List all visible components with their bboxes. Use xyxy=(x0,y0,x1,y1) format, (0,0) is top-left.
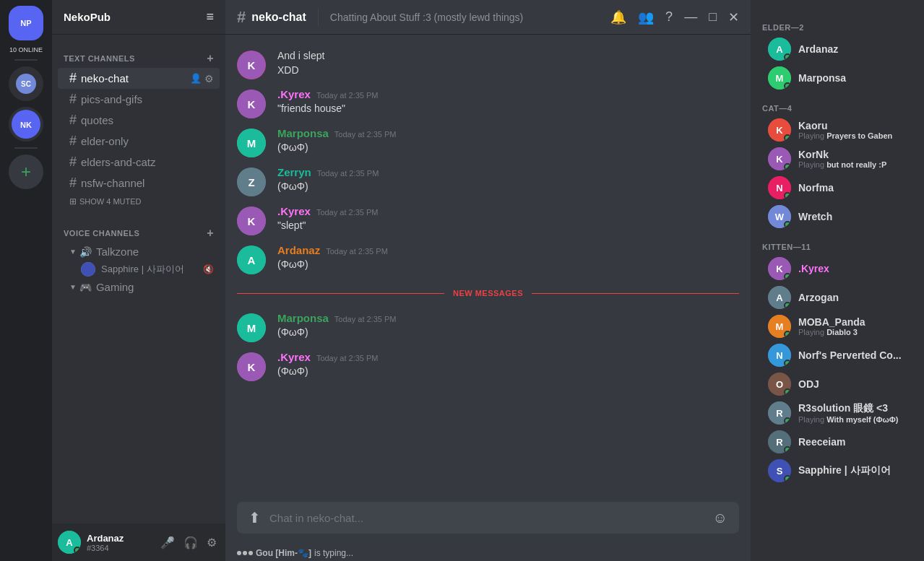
message-author: Zerryn xyxy=(277,166,311,178)
message-group-marponsa: M Marponsa Today at 2:35 PM (ΦωΦ) xyxy=(225,124,751,160)
member-info-wretch: Wretch xyxy=(798,211,912,222)
close-icon[interactable]: ✕ xyxy=(728,9,739,25)
server-icon-neko[interactable]: NP xyxy=(9,6,43,40)
server-menu-icon[interactable]: ≡ xyxy=(206,9,214,25)
svg-text:M: M xyxy=(247,137,256,149)
member-info-kornk: KorNk Playing but not really :P xyxy=(798,149,912,169)
server-sidebar: NP 10 ONLINE SC NK + xyxy=(0,0,52,561)
member-item-sapphire[interactable]: S Sapphire | 사파이어 xyxy=(756,456,918,485)
channel-item-quotes[interactable]: # quotes xyxy=(58,110,220,131)
message-group-kyrex-slept: K .Kyrex Today at 2:35 PM "slept" xyxy=(225,202,751,238)
channel-hash-icon: # xyxy=(69,71,77,86)
member-name-sapphire: Sapphire | 사파이어 xyxy=(798,464,912,477)
channel-item-elder-only[interactable]: # elder-only xyxy=(58,131,220,152)
member-category-elder: ELDER—2 xyxy=(751,12,924,35)
member-item-moba-panda[interactable]: M MOBA_Panda Playing Diablo 3 xyxy=(756,312,918,341)
server-divider-2 xyxy=(14,147,38,149)
member-name-kornk: KorNk xyxy=(798,149,912,160)
chat-input[interactable] xyxy=(269,512,704,524)
channel-item-nsfw-channel[interactable]: # nsfw-channel xyxy=(58,173,220,193)
message-group-marponsa-new: M Marponsa Today at 2:35 PM (ΦωΦ) xyxy=(225,309,751,345)
user-settings-button[interactable]: ⚙ xyxy=(204,533,220,552)
channel-item-elders-and-catz[interactable]: # elders-and-catz xyxy=(58,152,220,173)
member-status-online xyxy=(784,82,791,90)
emoji-picker-button[interactable]: ☺ xyxy=(713,510,727,526)
server-name-bar[interactable]: NekoPub ≡ xyxy=(52,0,225,35)
message-text: (ΦωΦ) xyxy=(277,365,739,379)
channel-actions: 👤 ⚙ xyxy=(190,73,214,84)
member-item-ardanaz[interactable]: A Ardanaz xyxy=(756,35,918,64)
server-icon-alt[interactable]: NK xyxy=(9,107,43,142)
svg-text:NK: NK xyxy=(20,121,32,129)
member-status-online xyxy=(784,192,791,199)
member-item-kornk[interactable]: K KorNk Playing but not really :P xyxy=(756,144,918,173)
member-item-odj[interactable]: O ODJ xyxy=(756,370,918,399)
member-name-kyrex: .Kyrex xyxy=(798,263,912,274)
message-author: Marponsa xyxy=(277,312,329,324)
notification-bell-icon[interactable]: 🔔 xyxy=(610,9,626,25)
server-name: NekoPub xyxy=(64,11,111,23)
channel-item-pics-and-gifs[interactable]: # pics-and-gifs xyxy=(58,89,220,110)
maximize-icon[interactable]: □ xyxy=(709,9,717,25)
message-group-kyrex-cont: K And i sleptXDD xyxy=(225,46,751,82)
channel-name: nsfw-channel xyxy=(81,177,144,189)
member-item-kyrex[interactable]: K .Kyrex xyxy=(756,254,918,283)
deafen-button[interactable]: 🎧 xyxy=(181,533,201,552)
voice-user-sapphire: Sapphire | 사파이어 🔇 xyxy=(58,261,220,278)
member-item-kaoru[interactable]: K Kaoru Playing Prayers to Gaben xyxy=(756,116,918,144)
members-list-icon[interactable]: 👥 xyxy=(638,9,654,25)
channel-hash-icon: # xyxy=(69,134,77,149)
member-item-arzogan[interactable]: A Arzogan xyxy=(756,283,918,312)
member-status-online xyxy=(784,302,791,309)
collapse-arrow-gaming-icon: ▼ xyxy=(69,283,77,291)
svg-text:K: K xyxy=(248,215,256,227)
member-item-marponsa[interactable]: M Marponsa xyxy=(756,64,918,92)
member-avatar-ardanaz: A xyxy=(768,38,791,61)
main-chat: # neko-chat Chatting About Stuff :3 (mos… xyxy=(225,0,751,561)
svg-text:A: A xyxy=(248,254,256,266)
server-icon-second[interactable]: SC xyxy=(9,66,43,101)
member-activity-kaoru: Playing Prayers to Gaben xyxy=(798,131,912,140)
svg-text:Z: Z xyxy=(248,176,254,188)
voice-channel-talkzone[interactable]: ▼ 🔊 Talkzone xyxy=(58,243,220,261)
search-icon[interactable]: ? xyxy=(665,9,673,25)
add-server-button[interactable]: + xyxy=(9,155,43,189)
member-item-reeceiam[interactable]: R Reeceiam xyxy=(756,427,918,456)
settings-icon[interactable]: ⚙ xyxy=(204,73,214,84)
chat-header: # neko-chat Chatting About Stuff :3 (mos… xyxy=(225,0,751,35)
svg-text:R: R xyxy=(776,437,783,448)
member-name-odj: ODJ xyxy=(798,378,912,390)
channel-sidebar: NekoPub ≡ TEXT CHANNELS + # neko-chat 👤 … xyxy=(52,0,225,561)
member-item-wretch[interactable]: W Wretch xyxy=(756,202,918,231)
member-item-r3solution[interactable]: R R3solution 眼鏡 <3 Playing With myself (… xyxy=(756,399,918,427)
member-item-norfma[interactable]: N Norfma xyxy=(756,173,918,202)
member-name-norf-perverted: Norf's Perverted Co... xyxy=(798,349,912,361)
member-status-online xyxy=(784,331,791,338)
member-info-kaoru: Kaoru Playing Prayers to Gaben xyxy=(798,120,912,140)
text-channels-label: TEXT CHANNELS xyxy=(64,54,135,63)
mute-button[interactable]: 🎤 xyxy=(157,533,178,552)
chat-header-channel-name: neko-chat xyxy=(251,11,306,24)
message-group-zerryn: Z Zerryn Today at 2:35 PM (ΦωΦ) xyxy=(225,163,751,199)
member-name-reeceiam: Reeceiam xyxy=(798,436,912,448)
add-text-channel-button[interactable]: + xyxy=(207,52,220,65)
upload-button[interactable]: ⬆ xyxy=(249,509,261,526)
typing-dot-1 xyxy=(237,551,241,555)
new-messages-label: NEW MESSAGES xyxy=(444,289,532,297)
channel-item-neko-chat[interactable]: # neko-chat 👤 ⚙ xyxy=(58,68,220,89)
message-header: Marponsa Today at 2:35 PM xyxy=(277,312,739,324)
member-info-moba-panda: MOBA_Panda Playing Diablo 3 xyxy=(798,316,912,336)
svg-text:A: A xyxy=(66,537,73,548)
minimize-icon[interactable]: — xyxy=(684,9,697,25)
user-panel-tag: #3364 xyxy=(87,544,152,552)
chat-header-icons: 🔔 👥 ? — □ ✕ xyxy=(610,9,739,25)
voice-channel-gaming[interactable]: ▼ 🎮 Gaming xyxy=(58,278,220,296)
channel-name: quotes xyxy=(81,114,113,126)
member-item-norf-perverted[interactable]: N Norf's Perverted Co... xyxy=(756,341,918,370)
show-muted-button[interactable]: ⊞ SHOW 4 MUTED xyxy=(58,193,220,209)
member-avatar-norfma: N xyxy=(768,176,791,199)
message-timestamp: Today at 2:35 PM xyxy=(316,354,379,362)
channel-name: pics-and-gifs xyxy=(81,93,142,105)
invite-icon[interactable]: 👤 xyxy=(190,73,202,84)
add-voice-channel-button[interactable]: + xyxy=(207,227,220,240)
